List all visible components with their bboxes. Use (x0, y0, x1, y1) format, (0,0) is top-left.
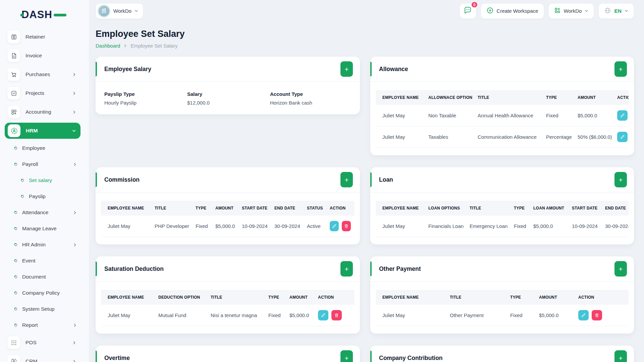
table-cell: 10-09-2024 (567, 216, 600, 237)
sidebar-item-system-setup[interactable]: System Setup (0, 301, 89, 317)
sidebar-item-set-salary[interactable]: Set salary (0, 172, 89, 188)
card-title: Employee Salary (104, 66, 151, 73)
logo-dash-accent (54, 14, 66, 16)
column-header: EMPLOYEE NAME (376, 201, 424, 216)
pos-icon (7, 336, 20, 349)
circle-bullet-icon (21, 195, 24, 198)
overtime-card: Overtime + (96, 346, 360, 362)
add-saturation-deduction-button[interactable]: + (340, 261, 353, 277)
delete-button[interactable] (331, 310, 342, 320)
sidebar-item-employee[interactable]: Employee (0, 140, 89, 156)
column-header: EMPLOYEE NAME (376, 90, 424, 105)
sidebar-item-label: Accounting (25, 109, 51, 115)
hrm-icon (8, 124, 20, 137)
table-cell: Emergency Loan (465, 216, 509, 237)
sidebar-item-projects[interactable]: Projects (0, 84, 89, 103)
column-header: STATUS (302, 201, 325, 216)
sidebar-item-label: Event (22, 258, 36, 264)
add-other-payment-button[interactable]: + (614, 261, 627, 277)
sidebar-item-label: CRM (25, 358, 37, 362)
sidebar-item-hr-admin[interactable]: HR Admin (0, 237, 89, 253)
chevron-right-icon (123, 44, 127, 48)
create-workspace-button[interactable]: Create Workspace (481, 3, 544, 19)
breadcrumb: Dashboard Employee Set Salary (96, 43, 634, 49)
sidebar-item-label: Retainer (25, 34, 45, 40)
chevron-right-icon (73, 323, 77, 327)
sidebar-item-report[interactable]: Report (0, 317, 89, 333)
sidebar-item-manage-leave[interactable]: Manage Leave (0, 221, 89, 237)
sidebar-item-crm[interactable]: CRM (0, 352, 89, 362)
table-cell: Juliet May (376, 105, 424, 126)
workspace-name: WorkDo (113, 8, 131, 14)
sidebar-item-payroll[interactable]: Payroll (0, 156, 89, 172)
circle-bullet-icon (14, 211, 17, 214)
sidebar-item-invoice[interactable]: Invoice (0, 46, 89, 65)
retainer-icon (7, 31, 20, 43)
table-cell: $5,000.0 (529, 216, 567, 237)
chevron-down-icon (72, 129, 76, 133)
table-cell: $5,000.0 (285, 305, 313, 326)
edit-button[interactable] (617, 132, 628, 142)
add-employee-salary-button[interactable]: + (340, 61, 353, 77)
card-title: Loan (379, 176, 393, 183)
sidebar-item-label: Employee (22, 145, 45, 151)
add-company-contribution-button[interactable]: + (614, 350, 627, 362)
circle-bullet-icon (14, 291, 17, 295)
sidebar-item-document[interactable]: Document (0, 269, 89, 285)
sidebar-item-payslip[interactable]: Payslip (0, 188, 89, 204)
breadcrumb-dashboard-link[interactable]: Dashboard (96, 43, 120, 49)
column-header: TITLE (473, 90, 541, 105)
edit-button[interactable] (318, 310, 328, 320)
chevron-right-icon (72, 92, 76, 95)
sidebar-item-retainer[interactable]: Retainer (0, 27, 89, 46)
table-row: Juliet MayPHP DeveloperFixed$5,000.010-0… (101, 216, 355, 237)
column-header: DEDUCTION OPTION (154, 290, 206, 305)
table-cell: Annual Health Allowance (473, 105, 541, 126)
app-logo[interactable]: DASH (21, 8, 68, 21)
sidebar-item-accounting[interactable]: Accounting (0, 103, 89, 121)
allowance-table: EMPLOYEE NAMEALLOWNACE OPTIONTITLETYPEAM… (376, 90, 629, 148)
edit-button[interactable] (578, 310, 589, 320)
sidebar-item-company-policy[interactable]: Company Policy (0, 285, 89, 301)
column-header: TITLE (445, 290, 505, 305)
table-cell: Juliet May (376, 126, 424, 148)
workspace-switcher[interactable]: WorkDo (96, 3, 143, 19)
sidebar-item-label: HR Admin (22, 242, 46, 248)
circle-bullet-icon (21, 179, 24, 182)
loan-card: Loan + EMPLOYEE NAMELOAN OPTIONSTITLETYP… (370, 167, 634, 244)
delete-button[interactable] (342, 221, 351, 231)
table-cell: PHP Developer (150, 216, 191, 237)
table-row: Juliet MayFinancials LoanEmergency LoanF… (376, 216, 629, 237)
projects-icon (7, 87, 20, 100)
column-header: START DATE (567, 201, 600, 216)
table-cell: Other Payment (445, 305, 505, 326)
messages-button[interactable]: 0 (460, 3, 476, 19)
language-menu[interactable]: EN (598, 3, 634, 19)
accounting-icon (7, 106, 20, 118)
sidebar-item-label: Payroll (22, 161, 38, 167)
add-overtime-button[interactable]: + (340, 350, 353, 362)
other-payment-table: EMPLOYEE NAMETITLETYPEAMOUNTACTIONJuliet… (376, 290, 629, 326)
sidebar-item-pos[interactable]: POS (0, 333, 89, 352)
add-loan-button[interactable]: + (614, 172, 627, 187)
column-header: ACTION (574, 290, 629, 305)
table-cell-actions (325, 216, 355, 237)
sidebar-item-attendance[interactable]: Attendance (0, 204, 89, 221)
delete-button[interactable] (592, 310, 602, 320)
table-cell: Percentage (541, 126, 573, 148)
column-header: TYPE (509, 201, 529, 216)
circle-bullet-icon (14, 275, 17, 279)
add-allowance-button[interactable]: + (614, 61, 627, 77)
globe-icon (604, 7, 611, 15)
sidebar: DASH RetainerInvoicePurchasesProjectsAcc… (0, 0, 89, 362)
sidebar-item-purchases[interactable]: Purchases (0, 65, 89, 84)
add-commission-button[interactable]: + (340, 172, 353, 187)
edit-button[interactable] (330, 221, 339, 231)
company-menu[interactable]: WorkDo (548, 3, 594, 19)
sidebar-item-event[interactable]: Event (0, 253, 89, 269)
chevron-right-icon (72, 73, 76, 76)
edit-button[interactable] (617, 110, 628, 121)
table-cell-actions (612, 105, 629, 126)
table-cell: Taxables (424, 126, 473, 148)
sidebar-item-hrm[interactable]: HRM (5, 123, 80, 139)
